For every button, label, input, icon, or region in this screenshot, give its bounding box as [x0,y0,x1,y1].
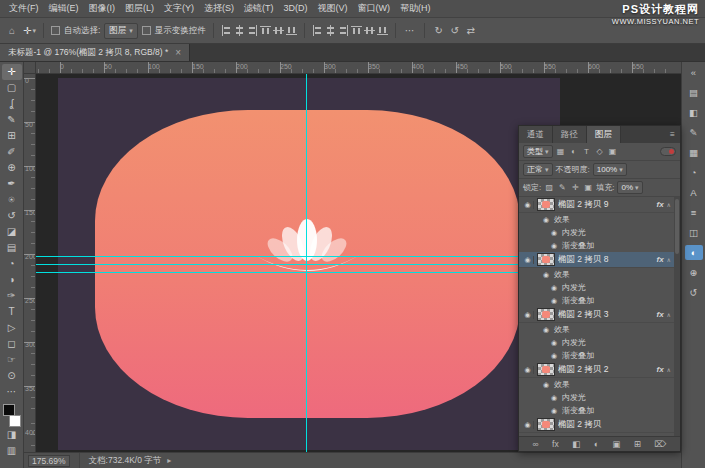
visibility-eye-icon[interactable]: ◉ [541,326,551,334]
layer-row[interactable]: ◉椭圆 2 拷贝 [519,417,674,433]
collapse-effects-icon[interactable]: ∧ [667,366,671,373]
collapse-effects-icon[interactable]: ∧ [667,201,671,208]
filter-pixel-layers-icon[interactable]: ▦ [556,147,566,156]
ruler-horizontal[interactable]: 050100150200250300350400450500550600650 [24,62,681,74]
filter-toggle[interactable] [660,147,676,156]
visibility-eye-icon[interactable]: ◉ [549,297,559,305]
edit-toolbar-icon[interactable]: ⋯ [2,384,22,400]
menu-item-10[interactable]: 帮助(H) [395,0,436,17]
quick-mask-icon[interactable]: ◨ [2,427,22,443]
path-selection-tool[interactable]: ▷ [2,320,22,336]
distribute-horizontal-centers-icon[interactable] [325,25,336,36]
link-layers-icon[interactable]: ∞ [532,439,538,449]
tool-preset-icon[interactable]: ✛▾ [23,25,36,36]
color-panel-icon[interactable]: ▤ [685,85,703,100]
menu-item-2[interactable]: 图像(I) [84,0,121,17]
3d-roll-icon[interactable]: ↺ [448,25,462,36]
lock-position-icon[interactable]: ✛ [570,183,580,192]
align-horizontal-centers-icon[interactable] [234,25,245,36]
menu-item-1[interactable]: 编辑(E) [44,0,84,17]
libraries-panel-icon[interactable]: ◫ [685,225,703,240]
ruler-origin-corner[interactable] [24,62,36,74]
filter-type-dropdown[interactable]: 类型 ▾ [523,145,553,158]
distribute-left-edges-icon[interactable] [312,25,323,36]
effect-row[interactable]: ◉渐变叠加 [519,294,674,307]
effects-header-row[interactable]: ◉效果 [519,323,674,336]
close-tab-icon[interactable]: × [175,48,181,58]
visibility-eye-icon[interactable]: ◉ [549,242,559,250]
effect-row[interactable]: ◉渐变叠加 [519,404,674,417]
info-panel-icon[interactable]: ⊕ [685,265,703,280]
tab-channels[interactable]: 通道 [519,126,553,143]
visibility-eye-icon[interactable]: ◉ [549,394,559,402]
blur-tool[interactable]: ◔ [2,256,22,272]
clone-stamp-tool[interactable]: ⍟ [2,192,22,208]
effect-row[interactable]: ◉内发光 [519,391,674,404]
quick-selection-tool[interactable]: ✎ [2,112,22,128]
menu-item-5[interactable]: 选择(S) [199,0,239,17]
patterns-panel-icon[interactable]: ▦ [685,145,703,160]
gradients-panel-icon[interactable]: ◔ [685,165,703,180]
status-menu-icon[interactable]: ▸ [167,456,171,465]
blend-mode-dropdown[interactable]: 正常 ▾ [523,163,553,176]
show-transform-checkbox[interactable] [142,26,151,35]
brush-settings-panel-icon[interactable]: ✎ [685,125,703,140]
align-top-edges-icon[interactable] [260,25,271,36]
eyedropper-tool[interactable]: ✐ [2,144,22,160]
tab-layers[interactable]: 图层 [587,126,621,143]
3d-rotate-icon[interactable]: ↻ [432,25,446,36]
filter-adjustment-layers-icon[interactable]: ◐ [569,147,579,156]
add-layer-mask-icon[interactable]: ◧ [572,439,580,449]
distribute-top-edges-icon[interactable] [351,25,362,36]
dodge-tool[interactable]: ◑ [2,272,22,288]
document-tab[interactable]: 未标题-1 @ 176%(椭圆 2 拷贝 8, RGB/8) * × [0,44,190,61]
adjustments-panel-icon[interactable]: ◧ [685,105,703,120]
visibility-eye-icon[interactable]: ◉ [541,271,551,279]
foreground-color-swatch[interactable] [3,404,15,416]
auto-select-checkbox[interactable] [51,26,60,35]
menu-item-9[interactable]: 窗口(W) [353,0,396,17]
eraser-tool[interactable]: ◪ [2,224,22,240]
visibility-eye-icon[interactable]: ◉ [549,352,559,360]
distribute-bottom-edges-icon[interactable] [377,25,388,36]
delete-layer-icon[interactable]: ⌦ [654,439,666,449]
distribute-vertical-centers-icon[interactable] [364,25,375,36]
crop-tool[interactable]: ⊞ [2,128,22,144]
visibility-eye-icon[interactable]: ◉ [522,366,534,374]
properties-panel-icon[interactable]: ◐ [685,245,703,260]
zoom-tool[interactable]: ⊙ [2,368,22,384]
layer-fx-badge[interactable]: fx [656,200,663,209]
lock-transparency-icon[interactable]: ▨ [544,183,554,192]
visibility-eye-icon[interactable]: ◉ [549,284,559,292]
filter-type-layers-icon[interactable]: T [582,147,592,156]
background-color-swatch[interactable] [9,415,21,427]
menu-item-3[interactable]: 图层(L) [120,0,159,17]
visibility-eye-icon[interactable]: ◉ [541,216,551,224]
new-group-icon[interactable]: ▣ [612,439,620,449]
fill-dropdown[interactable]: 0% ▾ [617,181,642,194]
layer-row[interactable]: ◉椭圆 2 拷贝 2fx∧ [519,362,674,378]
effect-row[interactable]: ◉渐变叠加 [519,239,674,252]
history-panel-icon[interactable]: ↺ [685,285,703,300]
visibility-eye-icon[interactable]: ◉ [522,256,534,264]
layer-fx-badge[interactable]: fx [656,255,663,264]
menu-item-7[interactable]: 3D(D) [279,0,313,17]
layer-row[interactable]: ◉椭圆 2 拷贝 8fx∧ [519,252,674,268]
visibility-eye-icon[interactable]: ◉ [549,339,559,347]
menu-item-6[interactable]: 滤镜(T) [239,0,279,17]
visibility-eye-icon[interactable]: ◉ [522,311,534,319]
filter-shape-layers-icon[interactable]: ◇ [595,147,605,156]
visibility-eye-icon[interactable]: ◉ [522,201,534,209]
effects-header-row[interactable]: ◉效果 [519,378,674,391]
lock-image-icon[interactable]: ✎ [557,183,567,192]
healing-brush-tool[interactable]: ⊕ [2,160,22,176]
character-panel-icon[interactable]: A [685,185,703,200]
ruler-vertical[interactable]: 050100150200250300350400 [24,74,36,452]
paragraph-panel-icon[interactable]: ≡ [685,205,703,220]
new-layer-icon[interactable]: ⊞ [634,439,641,449]
effect-row[interactable]: ◉内发光 [519,226,674,239]
layer-row[interactable]: ◉椭圆 2 拷贝 9fx∧ [519,197,674,213]
brush-tool[interactable]: ✒ [2,176,22,192]
type-tool[interactable]: T [2,304,22,320]
screen-mode-icon[interactable]: ▥ [2,443,22,459]
